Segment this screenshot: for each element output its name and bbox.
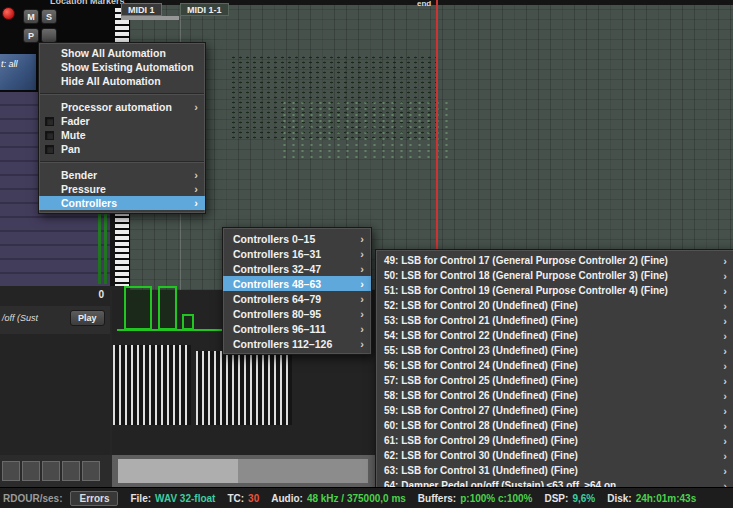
cc-value-display: 0 <box>98 289 104 300</box>
submenu-arrow-icon: › <box>186 101 198 113</box>
menu-item-controllers-64-79[interactable]: Controllers 64–79› <box>223 291 371 306</box>
submenu-arrow-icon: › <box>186 183 198 195</box>
submenu-arrow-icon: › <box>715 285 727 297</box>
menu-item-pressure[interactable]: Pressure› <box>39 182 205 196</box>
menu-item-controllers-48-63[interactable]: Controllers 48–63› <box>223 276 371 291</box>
automation-context-menu: Show All Automation Show Existing Automa… <box>38 42 206 214</box>
controllers-submenu: Controllers 0–15› Controllers 16–31› Con… <box>222 227 372 355</box>
menu-item-controllers-0-15[interactable]: Controllers 0–15› <box>223 231 371 246</box>
menu-item-cc50[interactable]: 50: LSB for Control 18 (General Purpose … <box>376 268 733 283</box>
extra-button[interactable] <box>41 28 57 43</box>
automation-lane-header: /off (Sust Play <box>0 306 110 334</box>
submenu-arrow-icon: › <box>715 390 727 402</box>
submenu-arrow-icon: › <box>715 450 727 462</box>
disk-value: 24h:01m:43s <box>636 493 697 504</box>
dsp-value: 9,6% <box>572 493 595 504</box>
status-bar: RDOUR/ses: Errors File: WAV 32-float TC:… <box>0 487 733 508</box>
checkbox-icon <box>45 117 54 126</box>
midi-notes-cluster <box>280 100 450 160</box>
submenu-arrow-icon: › <box>715 255 727 267</box>
submenu-arrow-icon: › <box>352 233 364 245</box>
submenu-arrow-icon: › <box>352 293 364 305</box>
submenu-arrow-icon: › <box>352 263 364 275</box>
menu-item-fader[interactable]: Fader <box>39 114 205 128</box>
submenu-arrow-icon: › <box>352 308 364 320</box>
file-value: WAV 32-float <box>155 493 215 504</box>
menu-item-cc54[interactable]: 54: LSB for Control 22 (Undefined) (Fine… <box>376 328 733 343</box>
tc-value: 30 <box>248 493 259 504</box>
p-button[interactable]: P <box>23 28 39 43</box>
summary-clip-block <box>2 461 20 481</box>
tc-label: TC: <box>227 493 244 504</box>
solo-button[interactable]: S <box>41 9 57 24</box>
menu-item-pan[interactable]: Pan <box>39 142 205 156</box>
menu-item-cc56[interactable]: 56: LSB for Control 24 (Undefined) (Fine… <box>376 358 733 373</box>
menu-item-cc49[interactable]: 49: LSB for Control 17 (General Purpose … <box>376 253 733 268</box>
cc-automation-pulse[interactable] <box>158 286 177 330</box>
menu-item-cc62[interactable]: 62: LSB for Control 30 (Undefined) (Fine… <box>376 448 733 463</box>
summary-clip-block <box>82 461 100 481</box>
submenu-arrow-icon: › <box>715 345 727 357</box>
menu-item-cc51[interactable]: 51: LSB for Control 19 (General Purpose … <box>376 283 733 298</box>
submenu-arrow-icon: › <box>715 360 727 372</box>
menu-item-show-existing-automation[interactable]: Show Existing Automation <box>39 60 205 74</box>
menu-separator <box>40 93 204 95</box>
automation-play-button[interactable]: Play <box>70 310 105 326</box>
submenu-arrow-icon: › <box>352 323 364 335</box>
menu-item-cc57[interactable]: 57: LSB for Control 25 (Undefined) (Fine… <box>376 373 733 388</box>
errors-button[interactable]: Errors <box>70 491 118 506</box>
controller-items-submenu: 49: LSB for Control 17 (General Purpose … <box>375 249 733 497</box>
menu-separator <box>40 161 204 163</box>
submenu-arrow-icon: › <box>352 338 364 350</box>
velocity-lane[interactable] <box>196 351 292 425</box>
menu-item-controllers-32-47[interactable]: Controllers 32–47› <box>223 261 371 276</box>
summary-clip-block <box>62 461 80 481</box>
end-marker-label[interactable]: end <box>417 0 431 8</box>
submenu-arrow-icon: › <box>715 315 727 327</box>
mute-button[interactable]: M <box>23 9 39 24</box>
disk-label: Disk: <box>607 493 631 504</box>
menu-item-mute[interactable]: Mute <box>39 128 205 142</box>
audio-label: Audio: <box>271 493 303 504</box>
buffers-label: Buffers: <box>418 493 456 504</box>
buffers-value: p:100% c:100% <box>460 493 532 504</box>
track-name-tab[interactable]: MIDI 1 <box>121 3 162 16</box>
summary-clip-block <box>22 461 40 481</box>
cc-automation-pulse[interactable] <box>182 314 194 330</box>
menu-item-cc63[interactable]: 63: LSB for Control 31 (Undefined) (Fine… <box>376 463 733 478</box>
menu-item-cc55[interactable]: 55: LSB for Control 23 (Undefined) (Fine… <box>376 343 733 358</box>
submenu-arrow-icon: › <box>715 420 727 432</box>
menu-item-controllers-80-95[interactable]: Controllers 80–95› <box>223 306 371 321</box>
menu-item-cc52[interactable]: 52: LSB for Control 20 (Undefined) (Fine… <box>376 298 733 313</box>
menu-item-processor-automation[interactable]: Processor automation› <box>39 100 205 114</box>
submenu-arrow-icon: › <box>352 248 364 260</box>
menu-item-cc59[interactable]: 59: LSB for Control 27 (Undefined) (Fine… <box>376 403 733 418</box>
location-markers-label: Location Markers <box>50 0 125 6</box>
menu-item-controllers-112-126[interactable]: Controllers 112–126› <box>223 336 371 351</box>
ardour-editor-window: Location Markers M S P t: all 0 /off (Su… <box>0 0 733 508</box>
menu-item-cc60[interactable]: 60: LSB for Control 28 (Undefined) (Fine… <box>376 418 733 433</box>
midi-grid[interactable] <box>130 5 733 290</box>
menu-item-cc58[interactable]: 58: LSB for Control 26 (Undefined) (Fine… <box>376 388 733 403</box>
velocity-lane[interactable] <box>113 345 191 425</box>
menu-item-controllers-16-31[interactable]: Controllers 16–31› <box>223 246 371 261</box>
cc-automation-pulse[interactable] <box>124 286 152 330</box>
menu-item-show-all-automation[interactable]: Show All Automation <box>39 46 205 60</box>
checkbox-icon <box>45 145 54 154</box>
menu-item-cc53[interactable]: 53: LSB for Control 21 (Undefined) (Fine… <box>376 313 733 328</box>
summary-clip-block <box>42 461 60 481</box>
menu-item-bender[interactable]: Bender› <box>39 168 205 182</box>
summary-view-range[interactable] <box>118 459 238 483</box>
menu-item-controllers[interactable]: Controllers› <box>39 196 205 210</box>
submenu-arrow-icon: › <box>715 465 727 477</box>
menu-item-hide-all-automation[interactable]: Hide All Automation <box>39 74 205 88</box>
menu-item-controllers-96-111[interactable]: Controllers 96–111› <box>223 321 371 336</box>
region-name-tab[interactable]: MIDI 1-1 <box>180 3 229 16</box>
menu-item-cc61[interactable]: 61: LSB for Control 29 (Undefined) (Fine… <box>376 433 733 448</box>
record-icon[interactable] <box>2 7 15 20</box>
track-tab-underline <box>121 16 179 20</box>
submenu-arrow-icon: › <box>186 169 198 181</box>
track-filter-label: t: all <box>1 59 18 69</box>
checkbox-icon <box>45 131 54 140</box>
submenu-arrow-icon: › <box>715 330 727 342</box>
